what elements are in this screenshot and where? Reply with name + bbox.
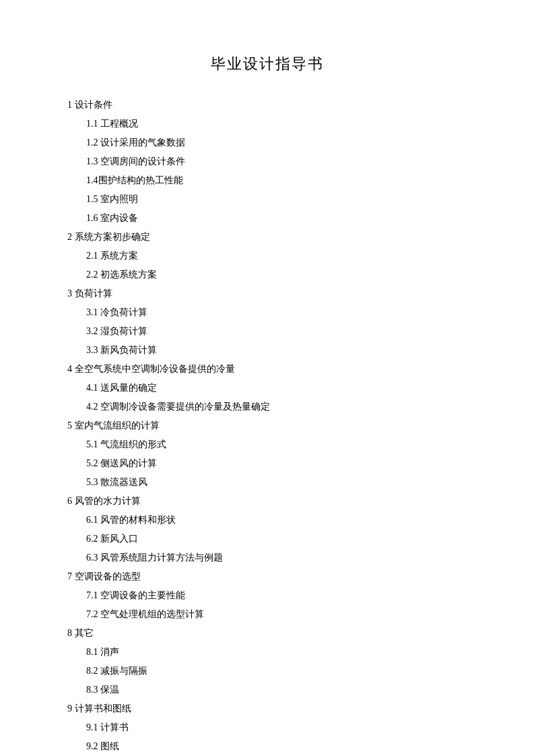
toc-item: 6.3 风管系统阻力计算方法与例题 <box>86 548 467 567</box>
toc-item: 9 计算书和图纸 <box>67 699 467 718</box>
table-of-contents: 1 设计条件1.1 工程概况1.2 设计采用的气象数据1.3 空调房间的设计条件… <box>67 96 467 756</box>
toc-item: 8 其它 <box>67 624 467 643</box>
toc-item: 5.3 散流器送风 <box>86 473 467 492</box>
toc-item: 7.2 空气处理机组的选型计算 <box>86 605 467 624</box>
toc-item: 5.2 侧送风的计算 <box>86 454 467 473</box>
toc-item: 2 系统方案初步确定 <box>67 228 467 247</box>
toc-item: 4.2 空调制冷设备需要提供的冷量及热量确定 <box>86 398 467 416</box>
toc-item: 1.5 室内照明 <box>86 190 467 209</box>
toc-item: 9.2 图纸 <box>86 737 467 756</box>
toc-item: 8.2 减振与隔振 <box>86 662 467 681</box>
toc-item: 4 全空气系统中空调制冷设备提供的冷量 <box>67 360 467 379</box>
toc-item: 1 设计条件 <box>67 96 467 115</box>
toc-item: 1.4围护结构的热工性能 <box>86 171 467 190</box>
toc-item: 2.2 初选系统方案 <box>86 265 467 284</box>
toc-item: 4.1 送风量的确定 <box>86 379 467 398</box>
toc-item: 8.3 保温 <box>86 681 467 699</box>
toc-item: 3.2 湿负荷计算 <box>86 322 467 341</box>
toc-item: 7 空调设备的选型 <box>67 567 467 586</box>
toc-item: 7.1 空调设备的主要性能 <box>86 586 467 605</box>
toc-item: 6.2 新风入口 <box>86 530 467 548</box>
toc-item: 3 负荷计算 <box>67 284 467 303</box>
toc-item: 5 室内气流组织的计算 <box>67 416 467 435</box>
toc-item: 6.1 风管的材料和形状 <box>86 511 467 530</box>
toc-item: 3.3 新风负荷计算 <box>86 341 467 360</box>
toc-item: 1.1 工程概况 <box>86 115 467 133</box>
toc-item: 1.3 空调房间的设计条件 <box>86 152 467 171</box>
page-title: 毕业设计指导书 <box>67 54 467 74</box>
toc-item: 1.2 设计采用的气象数据 <box>86 133 467 152</box>
toc-item: 5.1 气流组织的形式 <box>86 435 467 454</box>
toc-item: 3.1 冷负荷计算 <box>86 303 467 322</box>
toc-item: 6 风管的水力计算 <box>67 492 467 511</box>
toc-item: 9.1 计算书 <box>86 718 467 737</box>
toc-item: 1.6 室内设备 <box>86 209 467 228</box>
toc-item: 8.1 消声 <box>86 643 467 662</box>
toc-item: 2.1 系统方案 <box>86 247 467 265</box>
